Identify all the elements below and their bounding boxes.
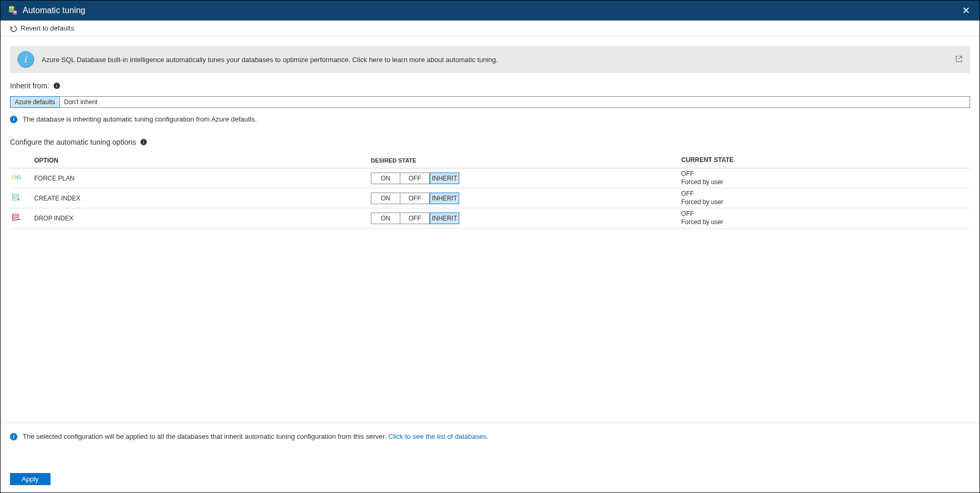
table-row: CREATE INDEX ON OFF INHERIT OFF Forced b… bbox=[10, 188, 970, 208]
info-icon: i bbox=[10, 433, 17, 440]
external-link-icon[interactable] bbox=[955, 55, 963, 64]
col-desired: DESIRED STATE bbox=[371, 154, 681, 167]
desired-state-toggle: ON OFF INHERIT bbox=[371, 193, 459, 204]
main-content: i Azure SQL Database built-in intelligen… bbox=[1, 36, 979, 422]
apply-bar: Apply bbox=[1, 450, 979, 492]
seg-on[interactable]: ON bbox=[371, 173, 400, 184]
banner-text: Azure SQL Database built-in intelligence… bbox=[42, 56, 498, 64]
database-icon bbox=[8, 6, 17, 15]
option-name: CREATE INDEX bbox=[34, 195, 371, 202]
current-state: OFF Forced by user bbox=[681, 208, 970, 228]
inherit-toggle-group: Azure defaults Don't inherit bbox=[10, 96, 970, 108]
revert-to-defaults-button[interactable]: Revert to defaults bbox=[10, 24, 74, 32]
footer-link[interactable]: Click to see the list of databases. bbox=[388, 432, 488, 440]
info-tooltip-icon[interactable]: i bbox=[140, 139, 147, 145]
seg-off[interactable]: OFF bbox=[400, 213, 430, 224]
svg-rect-4 bbox=[14, 12, 16, 13]
create-index-icon bbox=[12, 193, 21, 202]
col-current: CURRENT STATE bbox=[681, 155, 970, 166]
svg-rect-3 bbox=[14, 11, 16, 12]
force-plan-icon bbox=[12, 173, 21, 182]
footer: i The selected configuration will be app… bbox=[1, 422, 979, 450]
inherit-from-label: Inherit from: i bbox=[10, 82, 970, 90]
seg-off[interactable]: OFF bbox=[400, 173, 430, 184]
info-tooltip-icon[interactable]: i bbox=[54, 83, 60, 89]
seg-inherit[interactable]: INHERIT bbox=[430, 193, 459, 204]
command-bar: Revert to defaults bbox=[1, 21, 979, 36]
svg-rect-5 bbox=[13, 176, 15, 179]
inherit-status: i The database is inheriting automatic t… bbox=[10, 115, 970, 123]
option-name: FORCE PLAN bbox=[34, 175, 371, 182]
inherit-option-dont-inherit[interactable]: Don't inherit bbox=[59, 97, 102, 107]
svg-point-1 bbox=[9, 6, 14, 8]
seg-on[interactable]: ON bbox=[371, 193, 400, 204]
close-icon[interactable]: ✕ bbox=[957, 2, 975, 19]
footer-info: i The selected configuration will be app… bbox=[10, 432, 970, 440]
table-row: DROP INDEX ON OFF INHERIT OFF Forced by … bbox=[10, 208, 970, 228]
info-icon: i bbox=[10, 116, 17, 123]
current-state: OFF Forced by user bbox=[681, 168, 970, 188]
undo-icon bbox=[10, 25, 17, 32]
desired-state-toggle: ON OFF INHERIT bbox=[371, 213, 459, 224]
desired-state-toggle: ON OFF INHERIT bbox=[371, 173, 459, 184]
apply-button[interactable]: Apply bbox=[10, 473, 50, 485]
seg-off[interactable]: OFF bbox=[400, 193, 430, 204]
seg-on[interactable]: ON bbox=[371, 213, 400, 224]
option-name: DROP INDEX bbox=[34, 215, 371, 222]
info-banner[interactable]: i Azure SQL Database built-in intelligen… bbox=[10, 46, 970, 73]
table-header: OPTION DESIRED STATE CURRENT STATE bbox=[10, 153, 970, 168]
drop-index-icon bbox=[12, 213, 21, 222]
seg-inherit[interactable]: INHERIT bbox=[430, 173, 459, 184]
footer-text: The selected configuration will be appli… bbox=[23, 432, 387, 440]
configure-label: Configure the automatic tuning options i bbox=[10, 138, 970, 146]
current-state: OFF Forced by user bbox=[681, 188, 970, 208]
info-icon: i bbox=[17, 51, 34, 68]
revert-label: Revert to defaults bbox=[21, 24, 74, 32]
title-bar: Automatic tuning ✕ bbox=[1, 1, 979, 21]
seg-inherit[interactable]: INHERIT bbox=[430, 213, 459, 224]
inherit-option-azure-defaults[interactable]: Azure defaults bbox=[10, 96, 60, 108]
options-table: OPTION DESIRED STATE CURRENT STATE FORCE… bbox=[10, 153, 970, 229]
table-row: FORCE PLAN ON OFF INHERIT OFF Forced by … bbox=[10, 168, 970, 188]
page-title: Automatic tuning bbox=[23, 6, 85, 15]
col-option: OPTION bbox=[34, 154, 371, 167]
